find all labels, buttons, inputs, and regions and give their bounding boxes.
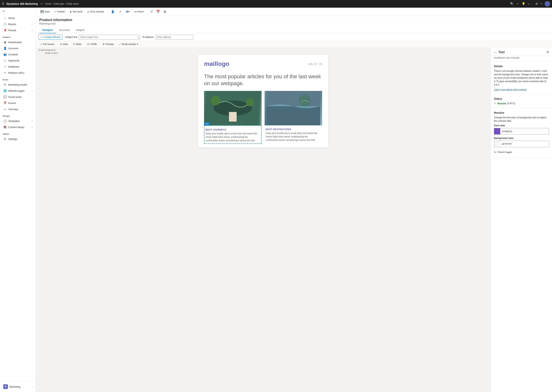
sidebar-item-journeys[interactable]: ↝ Journeys: [0, 106, 35, 112]
sidebar-item-pinned[interactable]: 📌 Pinned ›: [0, 27, 35, 33]
back-button[interactable]: ←: [494, 50, 497, 54]
details-title: Details: [494, 65, 549, 68]
error-checker-button[interactable]: ⚠ Error checker: [85, 9, 106, 14]
app-grid-icon[interactable]: ⠿: [2, 2, 4, 6]
bg-color-input[interactable]: [500, 141, 549, 147]
person-button[interactable]: 👤: [109, 9, 116, 14]
sidebar-item-templates[interactable]: 📋 Templates ›: [0, 118, 35, 124]
segments-icon: ⬡: [3, 59, 7, 62]
card-left-image: [204, 91, 262, 125]
top-navigation: ⠿ Dynamics 365 Marketing ▾ › Home › Enti…: [0, 0, 552, 8]
add-icon[interactable]: +: [528, 2, 530, 6]
main-layout: ≡ ⌂ Home 🕐 Recent › 📌 Pinned › Analyze ▦…: [0, 8, 552, 392]
recent-icon: 🕐: [3, 23, 7, 26]
sidebar-item-marketing-emails[interactable]: ✉ Marketing emails: [0, 82, 35, 88]
breadcrumb-home[interactable]: Home: [45, 2, 51, 5]
close-button[interactable]: ✕: [546, 50, 549, 54]
sidebar-item-redirect-urls[interactable]: ↪ Redirect URLs: [0, 70, 35, 76]
undo-button[interactable]: ↺: [149, 9, 154, 14]
check-again-button[interactable]: ↻ Check it again: [494, 149, 512, 155]
subject-line-input[interactable]: [79, 35, 140, 39]
calendar-button[interactable]: 📅: [155, 9, 161, 14]
publish-icon: ✓: [54, 10, 57, 13]
chevron-icon: ›: [32, 120, 33, 122]
breadcrumb-entity-name[interactable]: Entity name: [66, 2, 79, 5]
font-color-label: Font color: [494, 124, 549, 127]
sidebar-item-accounts[interactable]: 👤 Accounts: [0, 45, 35, 51]
svg-point-3: [211, 96, 220, 105]
sidebar-item-contacts[interactable]: 👥 Contacts: [0, 51, 35, 57]
admin-section-title: Admin: [0, 130, 35, 136]
selected-text-area[interactable]: Text BEST JOURNEYS Keep your double opt-…: [204, 125, 262, 144]
lightbulb-icon[interactable]: 💡: [522, 2, 525, 6]
sidebar-item-segments[interactable]: ⬡ Segments: [0, 57, 35, 63]
sidebar-item-settings[interactable]: ⚙ Settings: [0, 136, 35, 142]
sidebar-toggle[interactable]: ≡: [0, 8, 35, 15]
toolbar-separator: [108, 9, 108, 14]
undo-editor-button[interactable]: ↺ Undo: [58, 42, 70, 46]
email-card-right[interactable]: BEST DESTINATIONS Keep your double opt-i…: [265, 91, 322, 144]
preview-icon: 👁: [102, 43, 105, 46]
design-section-title: Design: [0, 112, 35, 118]
sidebar-item-label: Marketing emails: [8, 83, 27, 86]
resolve-section: Resolve Change the font color or backgro…: [491, 108, 552, 158]
email-card-left[interactable]: Text BEST JOURNEYS Keep your double opt-…: [204, 91, 262, 144]
email-frame: maillogo July 22 - 25 The most popular a…: [198, 55, 328, 147]
test-send-button[interactable]: ➤ Test send: [68, 9, 84, 14]
share-button[interactable]: ↗: [117, 9, 123, 14]
sidebar-item-label: Journeys: [8, 108, 18, 111]
sidebar-item-recent[interactable]: 🕐 Recent ›: [0, 21, 35, 27]
right-panel-header: ← Text ✕: [491, 48, 552, 56]
sidebar-item-website-pages[interactable]: 🌐 Website pages ›: [0, 88, 35, 94]
font-color-field[interactable]: [494, 128, 549, 134]
redo-editor-button[interactable]: ↻ Redo: [71, 42, 83, 46]
editor-toolbar: ⤢ Full screen ↺ Undo ↻ Redo </> HTML 👁: [36, 41, 552, 48]
sidebar-item-content-library[interactable]: 📚 Content library ›: [0, 124, 35, 130]
share-icon: ↗: [119, 10, 121, 13]
trash-button[interactable]: 🗑: [162, 9, 168, 14]
home-icon: ⌂: [3, 16, 7, 20]
font-color-input[interactable]: [500, 129, 549, 134]
html-button[interactable]: </> HTML: [85, 42, 99, 46]
tab-insights[interactable]: Insights: [73, 27, 87, 33]
create-ab-test-button[interactable]: + + Create A/B test: [38, 35, 62, 40]
to-address-input[interactable]: [155, 35, 193, 39]
dropdown-arrow-icon[interactable]: ▾: [41, 3, 42, 5]
flow-button[interactable]: ⇌ Flow ▾: [133, 9, 145, 14]
status-label: Passed: [497, 102, 506, 105]
sidebar-item-label: Templates: [8, 120, 20, 123]
preview-button[interactable]: 👁 Preview: [100, 42, 116, 46]
help-icon[interactable]: ?: [540, 2, 542, 6]
email-checker-button[interactable]: ✓ Email checker ▾: [117, 42, 140, 46]
status-section: Status ✓ Passed (5.43:1): [491, 94, 552, 108]
chevron-icon: ›: [32, 23, 33, 25]
word-dropdown-button[interactable]: W ▾: [124, 9, 132, 14]
sidebar-item-dashboards[interactable]: ▦ Dashboards: [0, 39, 35, 45]
sidebar-item-events[interactable]: 📅 Events: [0, 100, 35, 106]
search-icon[interactable]: 🔍: [510, 2, 514, 6]
sidebar-item-social-posts[interactable]: 💬 Social posts: [0, 94, 35, 100]
learn-more-link[interactable]: Learn more about color contrast: [494, 88, 527, 91]
save-button[interactable]: 💾 Save: [38, 9, 51, 14]
card-right-content: BEST DESTINATIONS Keep your double opt-i…: [265, 125, 322, 143]
sidebar-item-label: Home: [8, 17, 15, 20]
page-header: Product information Marketing email Desi…: [36, 16, 552, 34]
sidebar-item-home[interactable]: ⌂ Home: [0, 15, 35, 21]
tab-designer[interactable]: Designer: [39, 27, 56, 33]
publish-button[interactable]: ✓ Publish: [52, 9, 67, 14]
to-address-label: To address: [142, 36, 153, 38]
breadcrumb-entity-type[interactable]: Entity type: [53, 2, 64, 5]
full-screen-button[interactable]: ⤢ Full screen: [38, 42, 56, 46]
email-hero[interactable]: The most popular articles for you of the…: [198, 71, 328, 91]
sidebar-item-dataflows[interactable]: ↗ Dataflows: [0, 63, 35, 70]
bg-color-field[interactable]: [494, 141, 549, 147]
sidebar-item-user[interactable]: M Marketing ›: [0, 383, 35, 391]
tab-summary[interactable]: Summary: [56, 27, 73, 33]
flow-icon: ⇌: [135, 10, 137, 13]
avatar[interactable]: 👤: [545, 1, 550, 7]
status-icon[interactable]: ✓: [516, 2, 519, 6]
settings-icon[interactable]: ⚙: [535, 2, 538, 6]
email-cards: Text BEST JOURNEYS Keep your double opt-…: [198, 91, 328, 147]
chevron-icon: ›: [32, 90, 33, 92]
add-icon: +: [41, 36, 42, 38]
